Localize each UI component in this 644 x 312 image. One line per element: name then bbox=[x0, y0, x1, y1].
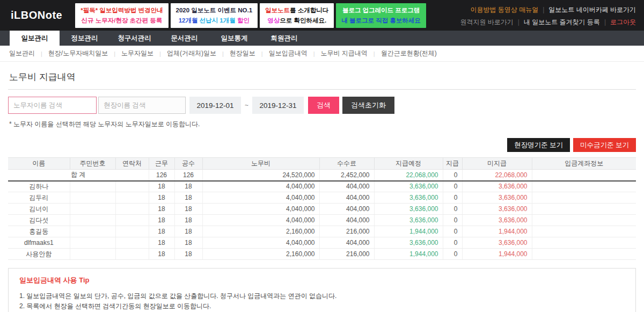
worker-name-search-input[interactable] bbox=[8, 97, 97, 114]
worker-name-cell[interactable]: dlfmaaks1 bbox=[8, 237, 70, 249]
col-header-지급: 지급 bbox=[443, 158, 462, 170]
subnav-item-일보입금내역[interactable]: 일보입금내역 bbox=[268, 49, 309, 58]
cell-paid: 0 bbox=[443, 204, 462, 215]
subnav-item-업체(거래처)일보[interactable]: 업체(거래처)일보 bbox=[166, 49, 217, 58]
cell-gongsu: 18 bbox=[174, 192, 202, 204]
cell-gongsu: 18 bbox=[174, 215, 202, 226]
cell-unpaid: 3,636,000 bbox=[462, 237, 532, 249]
cell-labor_cost: 4,040,000 bbox=[202, 181, 319, 192]
cell-account bbox=[532, 181, 636, 192]
cell-jumin bbox=[70, 204, 115, 215]
subnav-item-일보관리[interactable]: 일보관리 bbox=[8, 49, 36, 58]
tab-문서관리[interactable]: 문서관리 bbox=[159, 31, 209, 46]
total-account bbox=[532, 170, 636, 181]
ad-banner-3[interactable]: 일보노트를 소개합니다영상으로 확인하세요. bbox=[260, 3, 334, 28]
table-row: 김너이18184,040,000404,0003,636,00003,636,0… bbox=[8, 204, 636, 215]
header-link[interactable]: 이용방법 동영상 매뉴얼 bbox=[471, 6, 539, 13]
cell-unpaid: 3,636,000 bbox=[462, 215, 532, 226]
col-header-지급예정: 지급예정 bbox=[374, 158, 443, 170]
cell-fee: 404,000 bbox=[319, 204, 374, 215]
table-row: 홍길동18182,160,000216,0001,944,00001,944,0… bbox=[8, 226, 636, 237]
cell-contact bbox=[115, 237, 149, 249]
subnav-item-현장일보[interactable]: 현장일보 bbox=[229, 49, 257, 58]
tab-회원관리[interactable]: 회원관리 bbox=[259, 31, 309, 46]
date-to-input[interactable] bbox=[252, 97, 304, 114]
worker-name-cell[interactable]: 김두리 bbox=[8, 192, 70, 204]
cell-fee: 404,000 bbox=[319, 215, 374, 226]
date-from-input[interactable] bbox=[189, 97, 241, 114]
col-header-주민번호: 주민번호 bbox=[70, 158, 115, 170]
cell-gongsu: 18 bbox=[174, 181, 202, 192]
ad-banner-1[interactable]: *필독* 일보입력방법 변경안내신규 노무자/현장 초간편 등록 bbox=[75, 3, 168, 28]
worker-name-cell[interactable]: 사용안함 bbox=[8, 249, 70, 260]
view-by-unpaid-button[interactable]: 미수금기준 보기 bbox=[573, 138, 636, 152]
search-button[interactable]: 검색 bbox=[308, 97, 339, 114]
cell-unpaid: 3,636,000 bbox=[462, 204, 532, 215]
col-header-수수료: 수수료 bbox=[319, 158, 374, 170]
ad-banner-4[interactable]: 블로그 업그레이드 프로그램내 블로그로 직접 홍보하세요 bbox=[336, 3, 426, 28]
page-title: 노무비 지급내역 bbox=[8, 62, 636, 90]
app-logo[interactable]: iLBONote bbox=[0, 9, 75, 21]
worker-name-cell[interactable]: 김다섯 bbox=[8, 215, 70, 226]
subnav-item-현장/노무자배치일보[interactable]: 현장/노무자배치일보 bbox=[47, 49, 109, 58]
col-header-노무비: 노무비 bbox=[202, 158, 319, 170]
worker-name-cell[interactable]: 김너이 bbox=[8, 204, 70, 215]
cell-contact bbox=[115, 249, 149, 260]
cell-fee: 404,000 bbox=[319, 181, 374, 192]
total-labor_cost: 24,520,000 bbox=[202, 170, 319, 181]
cell-work_days: 18 bbox=[149, 181, 174, 192]
table-header-row: 이름주민번호연락처근무공수노무비수수료지급예정지급미지급입금계좌정보 bbox=[8, 158, 636, 170]
col-header-연락처: 연락처 bbox=[115, 158, 149, 170]
cell-jumin bbox=[70, 181, 115, 192]
cell-labor_cost: 4,040,000 bbox=[202, 204, 319, 215]
col-header-미지급: 미지급 bbox=[462, 158, 532, 170]
cell-work_days: 18 bbox=[149, 192, 174, 204]
tab-일보관리[interactable]: 일보관리 bbox=[10, 31, 60, 46]
tip-line-1: 1. 일보입금내역은 일보의 단가, 공수, 입금의 값으로 값을 산출합니다.… bbox=[19, 291, 625, 301]
cell-gongsu: 18 bbox=[174, 249, 202, 260]
tab-정보관리[interactable]: 정보관리 bbox=[60, 31, 109, 46]
header-links-row2: 원격지원 바로가기|내 일보노트 즐겨찾기 등록|로그아웃 bbox=[460, 18, 636, 27]
banner-line-1: 일보노트를 소개합니다 bbox=[265, 5, 328, 15]
separator: | bbox=[222, 50, 224, 57]
separator: | bbox=[518, 18, 519, 26]
cell-labor_cost: 4,040,000 bbox=[202, 237, 319, 249]
tab-일보통계[interactable]: 일보통계 bbox=[209, 31, 259, 46]
col-header-공수: 공수 bbox=[174, 158, 202, 170]
header-link[interactable]: 원격지원 바로가기 bbox=[460, 18, 513, 26]
table-body: 합 계12612624,520,0002,452,00022,068,00002… bbox=[8, 170, 636, 260]
worker-name-cell[interactable]: 홍길동 bbox=[8, 226, 70, 237]
cell-fee: 404,000 bbox=[319, 192, 374, 204]
banner-line-2: 영상으로 확인하세요. bbox=[265, 16, 328, 25]
tip-box: 일보입금내역 사용 Tip 1. 일보입금내역은 일보의 단가, 공수, 입금의… bbox=[8, 268, 636, 312]
header-link[interactable]: 일보노트 네이버카페 바로가기 bbox=[548, 6, 636, 13]
site-name-search-input[interactable] bbox=[98, 97, 186, 114]
subnav-item-월간근로현황(전체)[interactable]: 월간근로현황(전체) bbox=[380, 49, 438, 58]
cell-work_days: 18 bbox=[149, 204, 174, 215]
cell-fee: 216,000 bbox=[319, 226, 374, 237]
cell-account bbox=[532, 192, 636, 204]
cell-account bbox=[532, 215, 636, 226]
ad-banner-2[interactable]: 2020 일보노트 이벤트 NO.112개월 선납시 1개월 할인 bbox=[171, 3, 258, 28]
header-link[interactable]: 로그아웃 bbox=[610, 18, 636, 26]
cell-gongsu: 18 bbox=[174, 226, 202, 237]
subnav-item-노무비 지급내역[interactable]: 노무비 지급내역 bbox=[320, 49, 369, 58]
search-reset-button[interactable]: 검색초기화 bbox=[342, 97, 394, 114]
cell-labor_cost: 4,040,000 bbox=[202, 215, 319, 226]
cell-paid: 0 bbox=[443, 226, 462, 237]
table-row: 사용안함18182,160,000216,0001,944,00001,944,… bbox=[8, 249, 636, 260]
total-fee: 2,452,000 bbox=[319, 170, 374, 181]
table-row: dlfmaaks118184,040,000404,0003,636,00003… bbox=[8, 237, 636, 249]
total-unpaid: 22,068,000 bbox=[462, 170, 532, 181]
worker-name-cell[interactable]: 김하나 bbox=[8, 181, 70, 192]
tab-청구서관리[interactable]: 청구서관리 bbox=[109, 31, 159, 46]
cell-unpaid: 3,636,000 bbox=[462, 181, 532, 192]
table-row: 김하나18184,040,000404,0003,636,00003,636,0… bbox=[8, 181, 636, 192]
subnav-item-노무자일보[interactable]: 노무자일보 bbox=[120, 49, 155, 58]
cell-paid: 0 bbox=[443, 249, 462, 260]
view-by-site-button[interactable]: 현장명기준 보기 bbox=[507, 138, 570, 152]
cell-work_days: 18 bbox=[149, 226, 174, 237]
header-link[interactable]: 내 일보노트 즐겨찾기 등록 bbox=[524, 18, 600, 26]
cell-labor_cost: 2,160,000 bbox=[202, 249, 319, 260]
total-label: 합 계 bbox=[8, 170, 149, 181]
